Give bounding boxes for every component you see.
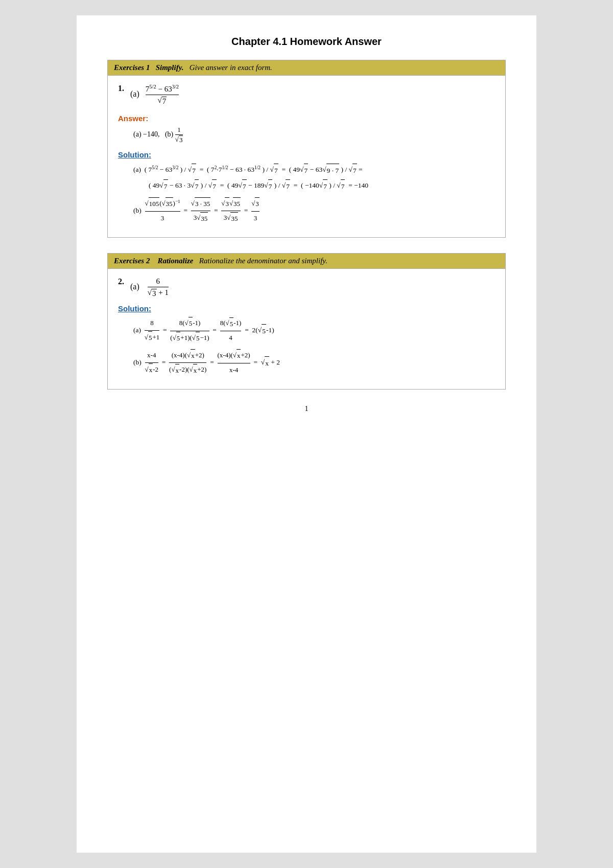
- problem-2a-numerator: 6: [148, 277, 169, 287]
- solution-label: Solution:: [118, 150, 495, 159]
- sol-b-frac4-den: 3: [251, 212, 260, 225]
- exercises1-label: Exercises 1: [114, 63, 156, 72]
- sol-b-frac1-den: 3: [145, 212, 180, 225]
- sol2b-frac3: (x-4)(√x+2) x-4: [218, 349, 250, 377]
- sol2b-frac1-den: √x-2: [145, 363, 158, 377]
- exercises1-block: 1. (a) 75/2 − 633/2 √7 Answer: (a) −140,…: [107, 76, 506, 238]
- answer-label: Answer:: [118, 114, 495, 123]
- sol-b-frac1-num: √105(√35)−1: [145, 197, 180, 212]
- sol2b-frac1: x-4 √x-2: [145, 349, 158, 377]
- sol2b-frac3-den: x-4: [218, 363, 250, 377]
- sol-b-frac3-den: 3√35: [221, 211, 241, 225]
- exercises2-section: Exercises 2 Rationalize Rationalize the …: [107, 253, 506, 390]
- sol2b-frac3-num: (x-4)(√x+2): [218, 349, 250, 363]
- sol2a-frac1-den: √5+1: [145, 331, 159, 345]
- sol2b-frac2: (x-4)(√x+2) (√x-2)(√x+2): [169, 349, 206, 377]
- problem-1-number: 1.: [118, 84, 124, 93]
- page-container: Chapter 4.1 Homework Answer Exercises 1 …: [77, 15, 536, 853]
- exercises1-type: Simplify.: [156, 63, 184, 72]
- problem-2a-denominator: √3 + 1: [148, 287, 169, 298]
- sol-b-frac2-num: √3 · 35: [191, 197, 210, 212]
- sol-b-frac2: √3 · 35 3√35: [191, 197, 210, 225]
- problem-1a-numerator: 75/2 − 633/2: [146, 84, 179, 95]
- exercises1-section: Exercises 1 Simplify. Give answer in exa…: [107, 60, 506, 238]
- solution-2a-step: (a) 8 √5+1 = 8(√5-1) (√5+1)(√5−1) = 8(√5…: [133, 317, 495, 345]
- sol-b-frac3-num: √3√35: [221, 197, 241, 212]
- problem-2a-fraction: 6 √3 + 1: [148, 277, 169, 298]
- exercises2-type: Rationalize: [157, 257, 193, 265]
- problem-1: 1. (a) 75/2 − 633/2 √7: [118, 84, 495, 106]
- sol-b-frac1: √105(√35)−1 3: [145, 197, 180, 225]
- problem-1-content: (a) 75/2 − 633/2 √7: [130, 84, 179, 106]
- exercises2-header: Exercises 2 Rationalize Rationalize the …: [107, 253, 506, 269]
- sol2a-frac1: 8 √5+1: [145, 317, 159, 345]
- exercises2-block: 2. (a) 6 √3 + 1 Solution: (a) 8 √5+1: [107, 269, 506, 390]
- problem-1a-denominator: √7: [146, 95, 179, 106]
- sol2a-frac2: 8(√5-1) (√5+1)(√5−1): [170, 317, 209, 345]
- solution-1b-step: (b) √105(√35)−1 3 = √3 · 35 3√35 = √3√35…: [133, 197, 495, 225]
- answer-content: (a) −140, (b) 1 √3: [133, 126, 495, 145]
- sol2a-frac2-num: 8(√5-1): [170, 317, 209, 331]
- problem-2-number: 2.: [118, 277, 124, 286]
- problem-1a-fraction: 75/2 − 633/2 √7: [146, 84, 179, 106]
- solution-1a-step2: ( 49√7 − 63 · 3√7 ) / √7 = ( 49√7 − 189√…: [149, 179, 495, 193]
- exercises2-instruction: Rationalize the denominator and simplify…: [199, 257, 327, 265]
- problem-2: 2. (a) 6 √3 + 1: [118, 277, 495, 298]
- sol2b-frac2-num: (x-4)(√x+2): [169, 349, 206, 363]
- sol-b-frac2-den: 3√35: [191, 211, 210, 225]
- exercises2-label: Exercises 2: [114, 257, 157, 265]
- answer-b-fraction: 1 √3: [175, 126, 183, 145]
- exercises1-instruction: Give answer in exact form.: [190, 63, 272, 72]
- solution-1a-step1: (a) ( 75/2 − 633/2 ) / √7 = ( 72·71/2 − …: [133, 163, 495, 177]
- sol2b-frac2-den: (√x-2)(√x+2): [169, 363, 206, 377]
- sol-b-frac4: √3 3: [251, 197, 260, 225]
- sol2a-frac3-den: 4: [220, 331, 242, 345]
- sol2a-frac1-num: 8: [145, 317, 159, 331]
- answer-b-num: 1: [175, 126, 183, 135]
- sol2a-frac3: 8(√5-1) 4: [220, 317, 242, 345]
- solution2-label: Solution:: [118, 304, 495, 313]
- sol-b-frac4-num: √3: [251, 197, 260, 212]
- problem-2-content: (a) 6 √3 + 1: [130, 277, 169, 298]
- problem-1a-label: (a): [130, 89, 139, 98]
- answer-b-den: √3: [175, 135, 183, 145]
- sol2a-frac3-num: 8(√5-1): [220, 317, 242, 331]
- exercises1-header: Exercises 1 Simplify. Give answer in exa…: [107, 60, 506, 76]
- sol2b-frac1-num: x-4: [145, 349, 158, 363]
- solution-2b-step: (b) x-4 √x-2 = (x-4)(√x+2) (√x-2)(√x+2) …: [133, 349, 495, 377]
- sol2a-frac2-den: (√5+1)(√5−1): [170, 331, 209, 345]
- sol-b-frac3: √3√35 3√35: [221, 197, 241, 225]
- problem-2a-label: (a): [130, 282, 139, 291]
- page-title: Chapter 4.1 Homework Answer: [107, 36, 506, 48]
- page-number: 1: [107, 405, 506, 413]
